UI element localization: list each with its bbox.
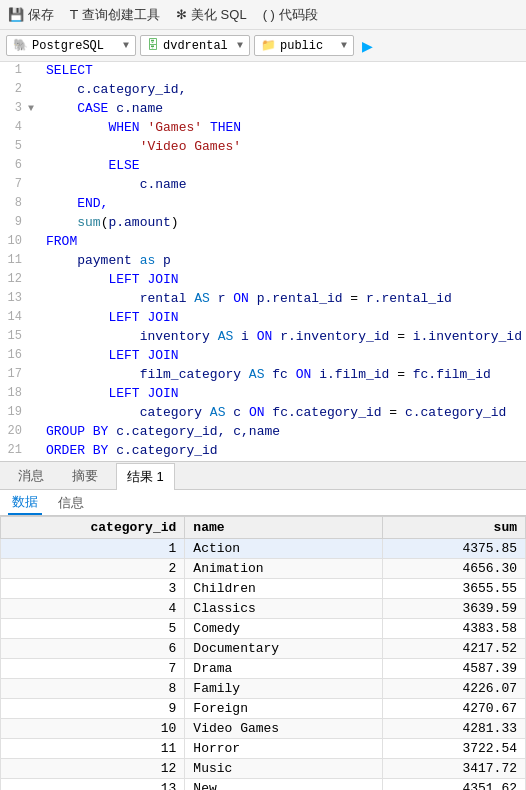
bottom-tab[interactable]: 摘要 xyxy=(62,463,108,489)
results-area[interactable]: category_idnamesum 1Action4375.852Animat… xyxy=(0,516,526,790)
code-line: 15 inventory AS i ON r.inventory_id = i.… xyxy=(0,328,526,347)
table-row[interactable]: 7Drama4587.39 xyxy=(1,659,526,679)
category-id-cell: 11 xyxy=(1,739,185,759)
sum-cell: 4587.39 xyxy=(382,659,525,679)
table-row[interactable]: 11Horror3722.54 xyxy=(1,739,526,759)
line-content: film_category AS fc ON i.film_id = fc.fi… xyxy=(42,366,526,382)
table-header: sum xyxy=(382,517,525,539)
table-row[interactable]: 10Video Games4281.33 xyxy=(1,719,526,739)
sub-tab[interactable]: 数据 xyxy=(8,491,42,515)
code-line: 9 sum(p.amount) xyxy=(0,214,526,233)
line-number: 12 xyxy=(0,271,28,286)
fold-icon[interactable] xyxy=(28,119,42,122)
fold-icon[interactable] xyxy=(28,81,42,84)
database-arrow: ▼ xyxy=(237,40,243,51)
code-line: 12 LEFT JOIN xyxy=(0,271,526,290)
fold-icon[interactable] xyxy=(28,442,42,445)
fold-icon[interactable] xyxy=(28,138,42,141)
fold-icon[interactable] xyxy=(28,404,42,407)
code-editor[interactable]: 1SELECT2 c.category_id,3▼ CASE c.name4 W… xyxy=(0,62,526,462)
fold-icon[interactable] xyxy=(28,195,42,198)
table-row[interactable]: 12Music3417.72 xyxy=(1,759,526,779)
fold-icon[interactable] xyxy=(28,233,42,236)
line-number: 17 xyxy=(0,366,28,381)
beautify-button[interactable]: ✻ 美化 SQL xyxy=(176,6,247,24)
table-row[interactable]: 9Foreign4270.67 xyxy=(1,699,526,719)
category-id-cell: 10 xyxy=(1,719,185,739)
code-line: 7 c.name xyxy=(0,176,526,195)
beautify-label: 美化 SQL xyxy=(191,6,247,24)
line-number: 4 xyxy=(0,119,28,134)
schema-select[interactable]: 📁 public ▼ xyxy=(254,35,354,56)
table-row[interactable]: 4Classics3639.59 xyxy=(1,599,526,619)
fold-icon[interactable] xyxy=(28,328,42,331)
category-id-cell: 5 xyxy=(1,619,185,639)
table-row[interactable]: 13New4351.62 xyxy=(1,779,526,791)
line-number: 20 xyxy=(0,423,28,438)
code-line: 8 END, xyxy=(0,195,526,214)
db-type-arrow: ▼ xyxy=(123,40,129,51)
line-content: WHEN 'Games' THEN xyxy=(42,119,526,135)
code-line: 2 c.category_id, xyxy=(0,81,526,100)
fold-icon[interactable] xyxy=(28,385,42,388)
code-block-button[interactable]: ( ) 代码段 xyxy=(263,6,318,24)
postgres-icon: 🐘 xyxy=(13,38,28,53)
db-type-select[interactable]: 🐘 PostgreSQL ▼ xyxy=(6,35,136,56)
fold-icon[interactable] xyxy=(28,157,42,160)
fold-icon[interactable] xyxy=(28,347,42,350)
table-row[interactable]: 3Children3655.55 xyxy=(1,579,526,599)
line-content: LEFT JOIN xyxy=(42,347,526,363)
query-tool-icon: 𝖳 xyxy=(70,7,78,22)
code-block-label: 代码段 xyxy=(279,6,318,24)
line-number: 19 xyxy=(0,404,28,419)
table-row[interactable]: 5Comedy4383.58 xyxy=(1,619,526,639)
code-line: 13 rental AS r ON p.rental_id = r.rental… xyxy=(0,290,526,309)
category-id-cell: 8 xyxy=(1,679,185,699)
bottom-tabs: 消息摘要结果 1 xyxy=(0,462,526,490)
fold-icon[interactable] xyxy=(28,176,42,179)
fold-icon[interactable]: ▼ xyxy=(28,100,42,114)
sub-tab[interactable]: 信息 xyxy=(54,492,88,514)
table-row[interactable]: 2Animation4656.30 xyxy=(1,559,526,579)
line-content: payment as p xyxy=(42,252,526,268)
bottom-tab[interactable]: 消息 xyxy=(8,463,54,489)
bottom-tab[interactable]: 结果 1 xyxy=(116,463,175,490)
run-button[interactable]: ▶ xyxy=(362,35,373,57)
fold-icon[interactable] xyxy=(28,252,42,255)
database-label: dvdrental xyxy=(163,39,228,53)
sum-cell: 4375.85 xyxy=(382,539,525,559)
line-content: GROUP BY c.category_id, c,name xyxy=(42,423,526,439)
line-number: 15 xyxy=(0,328,28,343)
line-content: LEFT JOIN xyxy=(42,271,526,287)
schema-label: public xyxy=(280,39,323,53)
database-select[interactable]: 🗄 dvdrental ▼ xyxy=(140,35,250,56)
sum-cell: 3639.59 xyxy=(382,599,525,619)
query-tool-button[interactable]: 𝖳 查询创建工具 xyxy=(70,6,160,24)
category-id-cell: 3 xyxy=(1,579,185,599)
table-row[interactable]: 8Family4226.07 xyxy=(1,679,526,699)
line-number: 10 xyxy=(0,233,28,248)
beautify-icon: ✻ xyxy=(176,7,187,22)
line-number: 1 xyxy=(0,62,28,77)
fold-icon[interactable] xyxy=(28,214,42,217)
code-line: 14 LEFT JOIN xyxy=(0,309,526,328)
code-line: 20GROUP BY c.category_id, c,name xyxy=(0,423,526,442)
category-id-cell: 9 xyxy=(1,699,185,719)
name-cell: Foreign xyxy=(185,699,382,719)
table-row[interactable]: 1Action4375.85 xyxy=(1,539,526,559)
line-number: 18 xyxy=(0,385,28,400)
name-cell: Horror xyxy=(185,739,382,759)
fold-icon[interactable] xyxy=(28,423,42,426)
schema-arrow: ▼ xyxy=(341,40,347,51)
results-table: category_idnamesum 1Action4375.852Animat… xyxy=(0,516,526,790)
fold-icon[interactable] xyxy=(28,290,42,293)
table-row[interactable]: 6Documentary4217.52 xyxy=(1,639,526,659)
code-line: 6 ELSE xyxy=(0,157,526,176)
fold-icon[interactable] xyxy=(28,366,42,369)
save-button[interactable]: 💾 保存 xyxy=(8,6,54,24)
line-content: c.name xyxy=(42,176,526,192)
fold-icon[interactable] xyxy=(28,309,42,312)
name-cell: Animation xyxy=(185,559,382,579)
fold-icon[interactable] xyxy=(28,62,42,65)
fold-icon[interactable] xyxy=(28,271,42,274)
